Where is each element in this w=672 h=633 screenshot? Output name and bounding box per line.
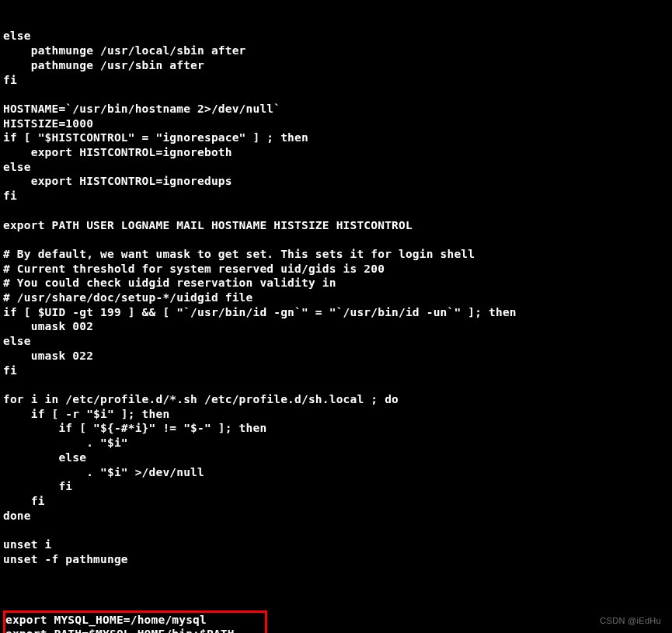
- terminal-line: unset i: [3, 537, 669, 552]
- terminal-line: # Current threshold for system reserved …: [3, 262, 669, 277]
- terminal-line: done: [3, 509, 669, 523]
- terminal-line: fi: [3, 363, 669, 378]
- terminal-line: export HISTCONTROL=ignoreboth: [3, 145, 669, 160]
- terminal-line: export PATH USER LOGNAME MAIL HOSTNAME H…: [3, 218, 669, 233]
- terminal-line: # /usr/share/doc/setup-*/uidgid file: [3, 290, 669, 305]
- terminal-line: . "$i" >/dev/null: [3, 465, 669, 480]
- terminal-line: else: [3, 334, 669, 349]
- terminal-line: HOSTNAME=`/usr/bin/hostname 2>/dev/null`: [3, 102, 669, 117]
- terminal-line: export MYSQL_HOME=/home/mysql: [5, 613, 265, 628]
- terminal-output: else pathmunge /usr/local/sbin after pat…: [0, 0, 672, 633]
- terminal-line: . "$i": [3, 436, 669, 450]
- terminal-line: HISTSIZE=1000: [3, 117, 669, 131]
- terminal-line: [3, 232, 669, 247]
- terminal-line: pathmunge /usr/sbin after: [3, 58, 669, 73]
- terminal-line: fi: [3, 189, 669, 203]
- terminal-line: [3, 377, 669, 392]
- terminal-line: fi: [3, 494, 669, 509]
- terminal-line: fi: [3, 73, 669, 88]
- terminal-line: export HISTCONTROL=ignoredups: [3, 174, 669, 189]
- file-content-block: else pathmunge /usr/local/sbin after pat…: [3, 29, 669, 581]
- terminal-line: # By default, we want umask to get set. …: [3, 247, 669, 262]
- terminal-line: else: [3, 29, 669, 43]
- terminal-line: unset -f pathmunge: [3, 552, 669, 567]
- terminal-line: for i in /etc/profile.d/*.sh /etc/profil…: [3, 392, 669, 407]
- terminal-line: else: [3, 160, 669, 175]
- terminal-line: umask 002: [3, 319, 669, 334]
- terminal-line: pathmunge /usr/local/sbin after: [3, 43, 669, 58]
- terminal-line: umask 022: [3, 349, 669, 363]
- terminal-line: export PATH=$MYSQL_HOME/bin:$PATH: [5, 627, 265, 633]
- terminal-line: if [ "$HISTCONTROL" = "ignorespace" ] ; …: [3, 130, 669, 145]
- terminal-line: [3, 523, 669, 537]
- terminal-line: if [ -r "$i" ]; then: [3, 407, 669, 422]
- terminal-line: [3, 87, 669, 102]
- terminal-line: fi: [3, 479, 669, 494]
- terminal-line: if [ $UID -gt 199 ] && [ "`/usr/bin/id -…: [3, 305, 669, 320]
- terminal-line: [3, 566, 669, 581]
- terminal-line: [3, 203, 669, 218]
- highlighted-export-block: export MYSQL_HOME=/home/mysqlexport PATH…: [3, 610, 267, 633]
- watermark-text: CSDN @iEdHu: [600, 616, 661, 625]
- terminal-line: # You could check uidgid reservation val…: [3, 276, 669, 290]
- terminal-line: if [ "${-#*i}" != "$-" ]; then: [3, 421, 669, 436]
- terminal-line: else: [3, 450, 669, 465]
